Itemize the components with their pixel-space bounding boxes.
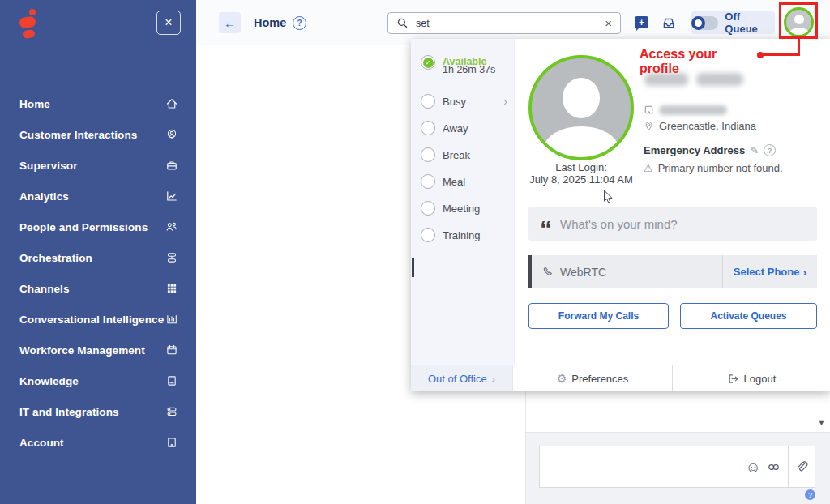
forward-my-calls-button[interactable]: Forward My Calls — [528, 303, 669, 329]
annotation-text: Access your profile — [640, 47, 755, 76]
breadcrumb: Home — [254, 16, 286, 29]
preferences-label: Preferences — [571, 373, 628, 385]
sidebar-item-label: Account — [19, 437, 64, 449]
status-label: Break — [443, 149, 470, 161]
status-item-away[interactable]: Away — [411, 117, 515, 139]
annotation-connector — [763, 53, 800, 56]
out-of-office-label: Out of Office — [428, 373, 487, 385]
phone-selector: WebRTC Select Phone › — [528, 255, 817, 288]
scrollbar-thumb[interactable] — [412, 258, 414, 277]
activate-queues-button[interactable]: Activate Queues — [680, 303, 817, 329]
status-item-available[interactable]: ✓ Available 1h 26m 37s — [411, 52, 515, 73]
chevron-right-icon: › — [492, 373, 495, 385]
off-queue-toggle[interactable]: Off Queue — [691, 11, 775, 34]
genesys-logo-icon — [18, 6, 47, 42]
sidebar-item-supervisor[interactable]: Supervisor — [0, 150, 196, 181]
sidebar-item-label: Analytics — [19, 190, 69, 203]
collapse-panel-icon[interactable]: ▼ — [817, 417, 826, 427]
phone-name: WebRTC — [560, 266, 606, 279]
status-item-busy[interactable]: Busy › — [411, 91, 515, 112]
sidebar-item-people-and-permissions[interactable]: People and Permissions — [0, 211, 196, 242]
search-input[interactable]: set × — [387, 12, 621, 34]
chat-help-icon[interactable]: ? — [805, 489, 815, 500]
sidebar-item-label: Knowledge — [19, 375, 79, 387]
last-login-label: Last Login: — [515, 161, 648, 173]
toggle-track — [691, 16, 718, 30]
clear-search-icon[interactable]: × — [605, 16, 612, 30]
off-queue-label: Off Queue — [725, 11, 775, 35]
help-icon[interactable]: ? — [764, 144, 776, 156]
profile-avatar-large[interactable] — [528, 55, 634, 160]
warning-text: Primary number not found. — [658, 162, 783, 174]
servers-icon — [165, 405, 178, 419]
chevron-right-icon: › — [503, 95, 507, 108]
chat-message-input[interactable]: ☺ — [539, 446, 815, 488]
sidebar-item-workforce-management[interactable]: Workforce Management — [0, 335, 196, 365]
logout-icon — [727, 373, 739, 385]
home-icon — [165, 97, 178, 111]
location-pin-icon — [644, 121, 654, 131]
headset-icon — [165, 128, 178, 142]
new-chat-icon[interactable]: + — [635, 16, 648, 28]
status-message-placeholder: What's on your mind? — [560, 217, 678, 231]
sidebar-item-customer-interactions[interactable]: Customer Interactions — [0, 119, 196, 150]
status-item-meal[interactable]: Meal — [411, 171, 515, 192]
back-button[interactable]: ← — [219, 12, 241, 33]
radio-icon — [421, 147, 435, 162]
calendar-icon — [165, 344, 178, 357]
sidebar-item-label: Conversational Intelligence — [19, 314, 164, 326]
out-of-office-button[interactable]: Out of Office › — [411, 365, 512, 391]
logout-button[interactable]: Logout — [673, 365, 830, 391]
status-message-input[interactable]: “ What's on your mind? — [528, 207, 817, 241]
current-phone[interactable]: WebRTC — [532, 255, 722, 288]
radio-icon — [421, 121, 435, 135]
sidebar-item-label: IT and Integrations — [19, 406, 119, 418]
select-phone-button[interactable]: Select Phone › — [722, 255, 817, 288]
radio-icon — [421, 174, 435, 189]
last-login-value: July 8, 2025 11:04 AM — [515, 173, 648, 186]
warning-icon: ⚠ — [644, 162, 653, 174]
briefcase-icon — [165, 159, 178, 173]
sidebar-item-account[interactable]: Account — [0, 427, 196, 458]
logout-label: Logout — [744, 373, 777, 385]
emoji-icon[interactable]: ☺ — [746, 459, 761, 475]
status-item-meeting[interactable]: Meeting — [411, 198, 515, 219]
toggle-knob — [691, 16, 705, 30]
sidebar-item-orchestration[interactable]: Orchestration — [0, 242, 196, 273]
status-label: Training — [443, 229, 480, 241]
sidebar: × Home Customer Interactions Supervisor … — [0, 0, 196, 504]
inbox-icon[interactable] — [661, 15, 676, 30]
dropdown-footer: Out of Office › ⚙ Preferences Logout — [411, 365, 830, 391]
sidebar-item-label: Customer Interactions — [19, 129, 137, 141]
location-text: Greencastle, Indiana — [659, 120, 756, 132]
profile-avatar-button[interactable] — [784, 7, 814, 37]
edit-pencil-icon[interactable]: ✎ — [750, 144, 759, 156]
link-icon[interactable] — [767, 460, 781, 474]
sidebar-item-home[interactable]: Home — [0, 88, 196, 119]
status-label: Meeting — [443, 203, 480, 215]
last-login: Last Login: July 8, 2025 11:04 AM — [515, 161, 648, 186]
radio-icon — [421, 94, 435, 109]
book-icon — [165, 374, 178, 388]
sidebar-item-conversational-intelligence[interactable]: Conversational Intelligence — [0, 304, 196, 335]
paperclip-icon — [795, 460, 808, 473]
sidebar-item-channels[interactable]: Channels — [0, 273, 196, 304]
radio-icon — [421, 228, 435, 242]
status-item-training[interactable]: Training — [411, 224, 515, 246]
sidebar-item-analytics[interactable]: Analytics — [0, 181, 196, 211]
sidebar-close-button[interactable]: × — [156, 11, 181, 35]
chat-text-area[interactable] — [540, 446, 746, 487]
status-item-break[interactable]: Break — [411, 144, 515, 165]
mouse-cursor — [603, 190, 614, 209]
preferences-button[interactable]: ⚙ Preferences — [512, 365, 673, 391]
sidebar-item-knowledge[interactable]: Knowledge — [0, 365, 196, 396]
select-phone-label: Select Phone — [734, 266, 800, 278]
help-icon[interactable]: ? — [293, 16, 306, 30]
search-icon — [396, 17, 409, 29]
redacted-org — [659, 105, 727, 115]
sidebar-item-it-and-integrations[interactable]: IT and Integrations — [0, 396, 196, 427]
sidebar-nav: Home Customer Interactions Supervisor An… — [0, 88, 196, 458]
line-chart-icon — [165, 190, 178, 203]
attachment-cell[interactable] — [788, 446, 815, 487]
grid-icon — [165, 282, 178, 296]
